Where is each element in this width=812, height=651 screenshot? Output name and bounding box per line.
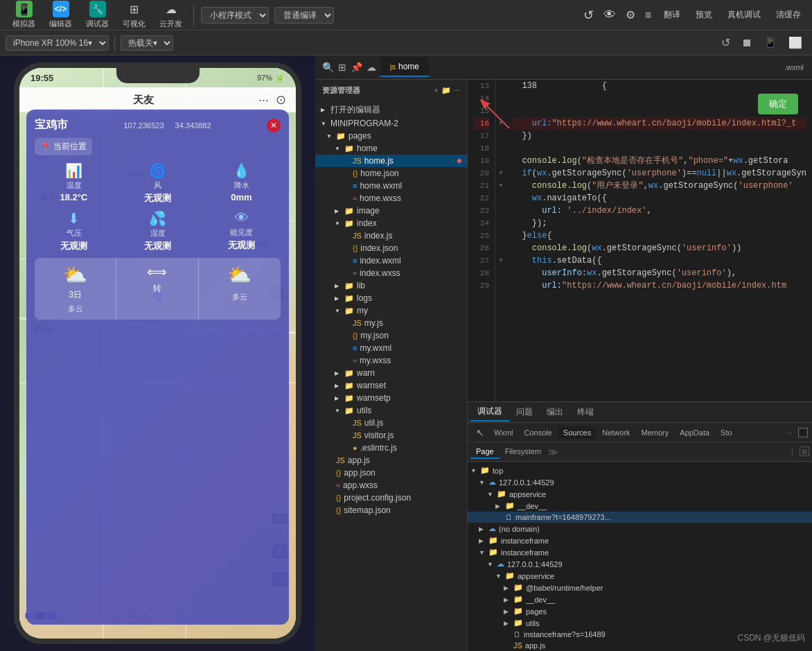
tree-visitor-js[interactable]: JS visitor.js [315,429,467,442]
more-files-icon[interactable]: ··· [454,86,460,95]
tree-util-js[interactable]: JS util.js [315,417,467,429]
devtools-more-icon[interactable]: ··· [783,428,795,437]
tree-index-wxml[interactable]: ≡ index.wxml [315,254,467,267]
refresh-icon[interactable]: ↺ [581,5,597,26]
devtools-tab-sto[interactable]: Sto [715,426,738,439]
tab-cloud-icon[interactable]: ☁ [367,62,376,73]
tree-utils[interactable]: ▼ 📁 utils [315,404,467,417]
dbg-tab-issues[interactable]: 问题 [509,403,540,421]
dbg-tab-debugger[interactable]: 调试器 [470,403,509,422]
editor-btn[interactable]: </> 编辑器 [42,0,79,31]
weather-close-btn[interactable]: ✕ [267,119,281,132]
simulator-btn[interactable]: 📱 模拟器 [6,0,42,31]
menu-icon[interactable]: ≡ [642,6,654,24]
tree-my[interactable]: ▼ 📁 my [315,304,467,317]
device-icon[interactable]: 📱 [759,35,782,51]
tree-eslintrc[interactable]: ● .eslintrc.js [315,442,467,454]
tree-home-wxml[interactable]: ≡ home.wxml [315,180,467,192]
target-icon[interactable]: ⊙ [276,92,286,107]
tree-index-wxss[interactable]: ≈ index.wxss [315,267,467,279]
real-debug-btn[interactable]: 真机调试 [722,7,766,23]
tree-app-js[interactable]: JS app.js [315,454,467,467]
new-file-icon[interactable]: + [434,86,438,95]
devtools-panel-icon[interactable]: ⊡ [798,428,808,437]
tree-app-json[interactable]: {} app.json [315,467,467,479]
tab-pin-icon[interactable]: 📌 [351,62,362,73]
mode-select[interactable]: 小程序模式 [201,7,269,24]
tree-warnset[interactable]: ▶ 📁 warnset [315,379,467,392]
tree-app-wxss[interactable]: ≈ app.wxss [315,479,467,492]
tree-my-js[interactable]: JS my.js [315,317,467,329]
fs-appservice-1[interactable]: ▼ 📁 appservice [468,488,812,500]
code-content[interactable]: 138 { url:"https://www.wheart.cn/baoji/m… [506,80,812,401]
dbg-tab-output[interactable]: 编出 [540,403,570,421]
fs-top[interactable]: ▼ 📁 top [468,465,812,476]
cloud-btn[interactable]: ☁ 云开发 [152,0,189,31]
panel-tab-filesystem[interactable]: Filesystem [500,445,547,459]
more-icon[interactable]: ··· [258,93,269,107]
tab-search-icon[interactable]: 🔍 [322,62,334,73]
fs-127-2[interactable]: ▼ ☁ 127.0.0.1:44529 [468,558,812,570]
gear-icon[interactable]: ⚙ [623,6,638,24]
tree-project-header[interactable]: ▼ MINIPROGRAM-2 [315,117,467,130]
clear-store-btn[interactable]: 清缓存 [770,7,806,23]
preview-btn[interactable]: 预览 [690,7,718,23]
tree-index[interactable]: ▼ 📁 index [315,217,467,229]
devtools-tab-memory[interactable]: Memory [636,426,675,439]
tree-warn[interactable]: ▶ 📁 warn [315,367,467,379]
fs-dev-1[interactable]: ▶ 📁 __dev__ [468,500,812,512]
confirm-button[interactable]: 确定 [758,94,798,114]
panel-tab-more[interactable]: ≫ [548,446,558,458]
fs-mainframe[interactable]: 🗋 mainframe?t=1648979273... [468,512,812,523]
stop-icon[interactable]: ⏹ [737,35,757,51]
devtools-tab-wxml[interactable]: Wxml [488,426,519,439]
devtools-cursor-icon[interactable]: ↖ [472,426,488,440]
tab-home[interactable]: js home [380,58,429,77]
translate-select[interactable]: 普通编译 [274,7,334,24]
debugger-btn[interactable]: 🔧 调试器 [79,0,116,31]
tree-project-config[interactable]: {} project.config.json [315,492,467,504]
fs-instanceframe-2[interactable]: ▼ 📁 instanceframe [468,546,812,558]
tab-copy-icon[interactable]: ⊞ [338,62,346,73]
tree-index-js[interactable]: JS index.js [315,229,467,242]
devtools-tab-appdata[interactable]: AppData [674,426,715,439]
panel-sync-icon[interactable]: ⋮ [788,446,797,457]
tree-sitemap[interactable]: {} sitemap.json [315,504,467,517]
tree-home-wxss[interactable]: ≈ home.wxss [315,192,467,205]
devtools-tab-console[interactable]: Console [519,426,558,439]
fs-instanceframe-1[interactable]: ▶ 📁 instanceframe [468,535,812,546]
devtools-tab-sources[interactable]: Sources [558,426,597,439]
device-select[interactable]: iPhone XR 100% 16▾ [6,35,109,51]
tree-my-wxml[interactable]: ≡ my.wxml [315,342,467,354]
tree-warnsetp[interactable]: ▶ 📁 warnsetp [315,392,467,404]
tree-lib[interactable]: ▶ 📁 lib [315,279,467,292]
fs-pages[interactable]: ▶ 📁 pages [468,605,812,617]
tree-my-json[interactable]: {} my.json [315,329,467,342]
fs-utils[interactable]: ▶ 📁 utils [468,617,812,629]
reload-icon[interactable]: ↺ [717,35,734,51]
fs-no-domain[interactable]: ▶ ☁ (no domain) [468,523,812,535]
devtools-tab-network[interactable]: Network [597,426,635,439]
tree-home-json[interactable]: {} home.json [315,167,467,180]
tree-pages[interactable]: ▼ 📁 pages [315,130,467,142]
tree-index-json[interactable]: {} index.json [315,242,467,254]
new-folder-icon[interactable]: 📁 [441,86,451,95]
tree-logs[interactable]: ▶ 📁 logs [315,292,467,304]
visualize-btn[interactable]: ⊞ 可视化 [116,0,152,31]
fs-127-1[interactable]: ▼ ☁ 127.0.0.1:44529 [468,476,812,488]
dbg-tab-terminal[interactable]: 终端 [570,403,601,421]
tree-open-editors-header[interactable]: ▶ 打开的编辑器 [315,103,467,117]
fs-appservice-2[interactable]: ▼ 📁 appservice [468,570,812,582]
tree-my-wxss[interactable]: ≈ my.wxss [315,354,467,367]
tree-image[interactable]: ▶ 📁 image [315,205,467,217]
compile-btn[interactable]: 翻译 [658,7,686,23]
tree-home[interactable]: ▼ 📁 home [315,142,467,155]
fs-dev-2[interactable]: ▶ 📁 __dev__ [468,593,812,605]
panel-tab-page[interactable]: Page [470,445,500,459]
eye-icon[interactable]: 👁 [601,5,619,25]
fs-babel[interactable]: ▶ 📁 @babel/runtime/helper [468,582,812,593]
panel-split-icon[interactable]: ⊞ [800,446,809,456]
window-icon[interactable]: ⬜ [784,35,806,51]
tree-home-js[interactable]: JS home.js [315,155,467,167]
heat-select[interactable]: 热载关▾ [121,35,173,51]
